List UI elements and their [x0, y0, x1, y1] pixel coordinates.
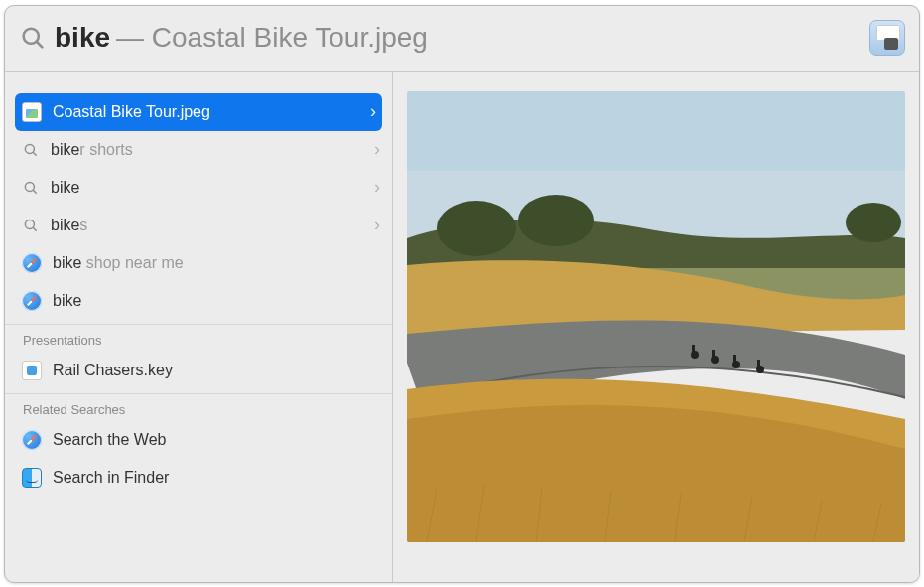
svg-rect-18 — [733, 355, 736, 365]
safari-icon — [21, 252, 43, 274]
safari-icon — [21, 429, 43, 451]
result-label: Rail Chasers.key — [53, 362, 380, 379]
file-key-icon — [21, 360, 43, 381]
result-row-file[interactable]: Rail Chasers.key — [5, 352, 392, 389]
search-input[interactable]: bike — Coastal Bike Tour.jpeg — [55, 24, 869, 52]
file-jpeg-icon — [21, 101, 43, 123]
safari-icon — [21, 290, 43, 312]
search-bar: bike — Coastal Bike Tour.jpeg — [5, 6, 919, 72]
result-row-web[interactable]: bike shop near me — [5, 244, 392, 282]
result-row-web[interactable]: bike — [5, 282, 392, 320]
section-header-related-searches: Related Searches — [5, 393, 392, 421]
magnify-icon — [21, 140, 41, 160]
spotlight-window: bike — Coastal Bike Tour.jpeg Coastal Bi… — [4, 5, 920, 583]
preview-app-icon — [869, 20, 905, 56]
finder-icon — [21, 467, 43, 489]
content-area: Coastal Bike Tour.jpeg › biker shorts › … — [5, 72, 919, 582]
svg-point-12 — [846, 203, 901, 242]
chevron-right-icon: › — [374, 177, 380, 198]
svg-line-3 — [33, 152, 36, 155]
search-completion-text: — Coastal Bike Tour.jpeg — [116, 24, 428, 52]
svg-line-1 — [37, 42, 43, 48]
result-label: bike shop near me — [53, 254, 380, 272]
svg-point-11 — [518, 195, 594, 246]
magnify-icon — [21, 216, 41, 235]
svg-line-5 — [33, 190, 36, 193]
result-label: Coastal Bike Tour.jpeg — [53, 103, 366, 121]
result-row-suggestion[interactable]: bikes › — [5, 207, 392, 244]
result-label: Search the Web — [53, 431, 380, 449]
result-row-file[interactable]: Coastal Bike Tour.jpeg › — [15, 93, 382, 131]
chevron-right-icon: › — [374, 139, 380, 160]
result-label: Search in Finder — [53, 469, 380, 487]
results-sidebar: Coastal Bike Tour.jpeg › biker shorts › … — [5, 72, 393, 582]
result-row-suggestion[interactable]: bike › — [5, 169, 392, 207]
svg-line-7 — [33, 227, 36, 230]
result-label: bike — [53, 292, 380, 310]
result-label: bike — [51, 179, 370, 197]
svg-rect-16 — [712, 350, 715, 360]
preview-pane — [393, 72, 919, 582]
svg-rect-20 — [757, 360, 760, 369]
section-header-presentations: Presentations — [5, 324, 392, 352]
search-icon — [19, 24, 47, 52]
preview-image — [407, 91, 905, 542]
result-label: biker shorts — [51, 141, 370, 159]
search-query-text: bike — [55, 24, 110, 52]
svg-point-10 — [437, 201, 516, 256]
chevron-right-icon: › — [374, 215, 380, 235]
magnify-icon — [21, 178, 41, 198]
result-label: bikes — [51, 217, 370, 234]
svg-rect-14 — [692, 345, 695, 355]
chevron-right-icon: › — [370, 101, 376, 122]
result-row-search-finder[interactable]: Search in Finder — [5, 459, 392, 497]
result-row-suggestion[interactable]: biker shorts › — [5, 131, 392, 169]
result-row-search-web[interactable]: Search the Web — [5, 421, 392, 459]
